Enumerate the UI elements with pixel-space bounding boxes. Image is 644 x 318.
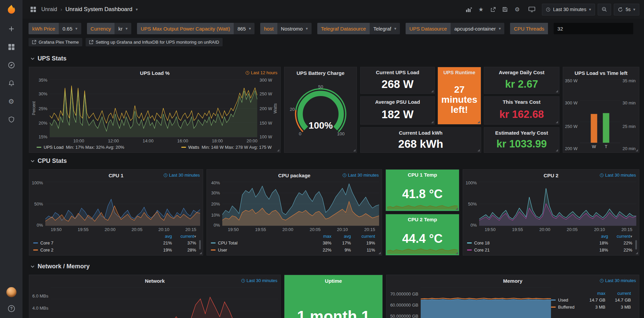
save-icon[interactable] bbox=[500, 4, 510, 14]
legend-row[interactable]: Core 7 21% 37% bbox=[33, 239, 196, 246]
panel-title[interactable]: CPU 2 Temp bbox=[408, 217, 437, 222]
dashboards-icon[interactable] bbox=[7, 43, 15, 51]
panel-title[interactable]: This Years Cost bbox=[503, 99, 540, 105]
legend-header[interactable]: avg bbox=[601, 234, 608, 239]
link-ups-monitoring-guide[interactable]: Setting up Grafana and InfluxDB for UPS … bbox=[86, 38, 223, 46]
variable-label: UPS Datasource bbox=[406, 23, 451, 34]
legend-row[interactable]: Used 14.7 GB 14.7 GB bbox=[551, 297, 631, 304]
cycle-view-monitor-icon[interactable] bbox=[527, 4, 537, 14]
y-axis-left: 70.000000 GB 60.000000 GB 50.000000 GB bbox=[388, 287, 421, 318]
row-header-network-memory[interactable]: Network / Memory bbox=[22, 256, 644, 273]
user-avatar[interactable] bbox=[6, 287, 16, 297]
time-range-picker[interactable]: Last 30 minutes ▾ bbox=[542, 4, 595, 15]
variable-currency[interactable]: Currency kr▾ bbox=[87, 23, 131, 34]
breadcrumb: Unraid › Unraid System Dashboard ▾ bbox=[29, 4, 138, 14]
ups-bars-chart[interactable] bbox=[580, 79, 620, 143]
dashboard-title[interactable]: Unraid System Dashboard bbox=[65, 6, 132, 13]
variable-telegraf-datasource[interactable]: Telegraf Datasource Telegraf▾ bbox=[317, 23, 400, 34]
refresh-button[interactable]: 5s ▾ bbox=[614, 4, 639, 15]
panel-title[interactable]: UPS Runtime bbox=[443, 70, 475, 75]
network-chart[interactable] bbox=[51, 287, 278, 318]
panel-average-psu-load: Average PSU Load 182 W bbox=[360, 96, 435, 125]
chevron-down-icon: ▾ bbox=[499, 26, 501, 31]
add-panel-icon[interactable] bbox=[464, 4, 473, 14]
title-caret-icon[interactable]: ▾ bbox=[136, 7, 138, 12]
panel-ups-load-vs-time-left: UPS Load vs Time left 350 W 300 W 250 W … bbox=[563, 67, 639, 153]
legend-item[interactable]: Watts Min: 148 W Max: 278 W Avg: 175 W bbox=[181, 145, 272, 150]
server-admin-shield-icon[interactable] bbox=[7, 116, 15, 124]
variable-label: Telegraf Datasource bbox=[317, 23, 370, 34]
legend-header[interactable]: current bbox=[617, 291, 631, 296]
legend-row[interactable]: Buffered 3 MB 3 MB bbox=[551, 304, 631, 311]
legend-scrollbar[interactable] bbox=[635, 240, 637, 249]
clock-icon bbox=[241, 279, 245, 283]
legend-header[interactable]: current bbox=[362, 234, 375, 239]
zoom-out-button[interactable] bbox=[598, 4, 611, 15]
legend-header[interactable]: avg bbox=[344, 234, 351, 239]
gauge-tick: 100 bbox=[337, 131, 344, 136]
cpu2-chart[interactable] bbox=[479, 182, 636, 226]
legend-header[interactable]: max bbox=[323, 234, 331, 239]
legend-row[interactable]: User 22% 9% 11% bbox=[211, 246, 375, 254]
panel-title[interactable]: Estimated Yearly Cost bbox=[495, 130, 548, 136]
cpu-threads-input[interactable] bbox=[554, 23, 633, 34]
panel-title[interactable]: Average Daily Cost bbox=[499, 70, 544, 75]
y-axis-right: 35 min 30 min 25 min 20 min bbox=[620, 79, 636, 150]
series-marker bbox=[33, 249, 38, 251]
breadcrumb-folder[interactable]: Unraid bbox=[41, 6, 57, 12]
variable-ups-datasource[interactable]: UPS Datasource apcupsd-container▾ bbox=[406, 23, 504, 34]
panel-title[interactable]: UPS Load % bbox=[29, 67, 280, 79]
stat-value: 268 W bbox=[381, 75, 413, 93]
series-name: Watts bbox=[188, 145, 199, 150]
variable-value: 0.65 bbox=[62, 26, 72, 32]
panel-title[interactable]: Current Load kWh bbox=[399, 130, 443, 136]
cpu1-chart[interactable] bbox=[45, 182, 200, 226]
panel-title[interactable]: Average PSU Load bbox=[375, 99, 420, 105]
gauge-tick: 20 bbox=[289, 107, 294, 112]
variable-kwh-price[interactable]: kWh Price 0.65▾ bbox=[29, 23, 81, 34]
panel-title[interactable]: UPS Battery Charge bbox=[284, 67, 357, 79]
panel-title[interactable]: Current UPS Load bbox=[376, 70, 419, 75]
explore-compass-icon[interactable] bbox=[7, 61, 15, 69]
legend-scrollbar[interactable] bbox=[199, 240, 201, 249]
cpu-package-chart[interactable] bbox=[222, 182, 379, 226]
x-axis: 19:50 19:55 20:00 20:05 20:10 20:15 bbox=[45, 226, 200, 233]
apps-grid-icon[interactable] bbox=[29, 4, 38, 14]
legend-header-sort[interactable]: current▾ bbox=[181, 234, 196, 239]
variable-host[interactable]: host Nostromo▾ bbox=[260, 23, 311, 34]
legend-row[interactable]: Core 21 18% 22% bbox=[467, 246, 632, 254]
series-name: Core 2 bbox=[40, 247, 53, 253]
chevron-down-icon: ▾ bbox=[394, 26, 396, 31]
legend-header[interactable]: avg bbox=[165, 234, 172, 239]
variable-label: kWh Price bbox=[29, 23, 59, 34]
time-range-label: Last 30 minutes bbox=[553, 7, 586, 12]
legend-row[interactable]: Core 18 18% 22% bbox=[467, 239, 632, 246]
legend-header[interactable]: max bbox=[597, 291, 605, 296]
variable-ups-max-power[interactable]: UPS Max Output Power Capacity (Watt) 865… bbox=[137, 23, 255, 34]
panel-title[interactable]: UPS Load vs Time left bbox=[563, 67, 639, 79]
legend-row[interactable]: Core 2 19% 28% bbox=[33, 246, 196, 254]
panel-time-range: Last 30 minutes bbox=[600, 173, 636, 178]
star-icon[interactable]: ★ bbox=[476, 4, 486, 14]
configuration-gear-icon[interactable]: ⚙ bbox=[7, 97, 15, 105]
help-icon[interactable]: ? bbox=[7, 305, 15, 313]
battery-gauge[interactable]: 0 20 50 100 100% bbox=[284, 83, 357, 140]
alerting-bell-icon[interactable] bbox=[7, 79, 15, 87]
create-plus-icon[interactable] bbox=[7, 25, 15, 33]
row-title: UPS Stats bbox=[38, 55, 66, 62]
legend-row[interactable]: CPU Total 38% 17% 19% bbox=[211, 239, 375, 246]
chevron-down-icon: ▾ bbox=[126, 26, 128, 31]
settings-gear-icon[interactable]: ⚙ bbox=[512, 4, 522, 14]
refresh-interval-label: 5s bbox=[626, 7, 631, 12]
share-icon[interactable] bbox=[488, 4, 498, 14]
row-header-cpu-stats[interactable]: CPU Stats bbox=[22, 153, 644, 168]
memory-chart[interactable] bbox=[421, 287, 551, 318]
panel-title[interactable]: Uptime bbox=[284, 275, 382, 286]
link-grafana-plex-theme[interactable]: Grafana Plex Theme bbox=[29, 38, 82, 46]
legend-item[interactable]: UPS Load Min: 17% Max: 32% Avg: 20% bbox=[37, 145, 124, 150]
panel-title[interactable]: CPU 1 Temp bbox=[408, 172, 437, 178]
ups-load-chart[interactable] bbox=[50, 79, 257, 137]
legend-header-sort[interactable]: current▾ bbox=[617, 234, 633, 239]
grafana-logo[interactable] bbox=[6, 4, 17, 15]
row-header-ups-stats[interactable]: UPS Stats bbox=[22, 50, 644, 65]
